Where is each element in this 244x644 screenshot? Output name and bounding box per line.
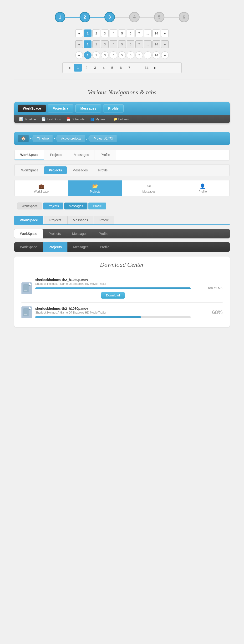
page-6-s2[interactable]: 6 [127,40,134,48]
next-button[interactable]: ► [161,30,169,37]
page-14[interactable]: 14 [153,30,160,37]
tab-icon-workspace[interactable]: 💼 WorkSpace [15,180,68,196]
tab-icon-profile[interactable]: 👤 Profile [176,180,229,196]
download-button-1[interactable]: Download [101,292,125,298]
page-1-s2[interactable]: 1 [84,40,91,48]
folders-icon: 📁 [113,117,117,121]
tab-dark-profile[interactable]: Profile [93,229,114,238]
download-size-1: 168.45 MB [207,286,222,290]
page-3[interactable]: 3 [101,30,109,37]
prev-button-s3[interactable]: ◄ [75,51,83,59]
page-5-s2[interactable]: 5 [118,40,126,48]
page-7-s2[interactable]: 7 [135,40,143,48]
breadcrumb-home[interactable]: 🏠 [18,135,29,142]
page-7-s3[interactable]: 7 [135,51,143,59]
tab-pill-profile[interactable]: Profile [93,166,112,174]
nav-messages-btn[interactable]: Messages [75,104,101,112]
page-7[interactable]: 7 [135,30,143,37]
prev-button[interactable]: ◄ [75,30,83,37]
tab-ws-messages[interactable]: Messages [67,216,94,224]
page-5-s4[interactable]: 5 [108,64,116,72]
tab-ws-projects[interactable]: Projects [44,216,67,224]
tab-pill-messages[interactable]: Messages [68,166,92,174]
prev-button-s2[interactable]: ◄ [75,40,83,48]
nav-timeline-item[interactable]: 📊 Timeline [19,117,36,121]
page-1-s4[interactable]: 1 [74,64,82,72]
nav-folders-item[interactable]: 📁 Folders [113,117,129,121]
tab-dark-projects[interactable]: Projects [43,229,66,238]
page-14-s4[interactable]: 14 [143,64,150,72]
tab-simple-profile[interactable]: Profile [95,150,116,160]
step-2[interactable]: 2 [80,12,90,22]
tab-colored-profile[interactable]: Profile [88,202,106,210]
tab-colored-projects[interactable]: Projects [43,202,63,210]
download-info-2: sherlockholmes-tlr2_h1080p.mov Sherlock … [35,307,191,318]
page-6-s4[interactable]: 6 [117,64,125,72]
tab-icon-projects[interactable]: 📂 Projects [68,180,122,196]
tab-ws-profile[interactable]: Profile [94,216,114,224]
nav-schedule-item[interactable]: 📅 Schedule [66,117,84,121]
page-4-s4[interactable]: 4 [100,64,107,72]
projects-icon: 📂 [92,183,98,189]
page-2-s2[interactable]: 2 [92,40,100,48]
timeline-label: Timeline [24,118,36,121]
step-1[interactable]: 1 [55,12,65,22]
page-14-s3[interactable]: 14 [153,51,160,59]
prev-button-s4[interactable]: ◄ [66,64,73,72]
page-3-s4[interactable]: 3 [91,64,99,72]
tab-simple-workspace[interactable]: WorkSpace [15,150,44,160]
page-1-s3[interactable]: 1 [84,51,91,59]
page-6[interactable]: 6 [127,30,134,37]
nav-lastdocs-item[interactable]: 📄 Last Docs [42,117,61,121]
nav-workspace-btn[interactable]: WorkSpace [18,104,46,112]
page-4[interactable]: 4 [110,30,117,37]
breadcrumb-active-projects[interactable]: Active projects [56,135,85,142]
tab-dark-messages[interactable]: Messages [66,229,93,238]
tab-colored-workspace[interactable]: WorkSpace [17,202,42,210]
tab-dark2-profile[interactable]: Profile [94,242,115,252]
page-2-s4[interactable]: 2 [83,64,90,72]
page-2-s3[interactable]: 2 [92,51,100,59]
step-progress: 1 2 3 4 5 6 [14,5,230,27]
page-5[interactable]: 5 [118,30,126,37]
step-6[interactable]: 6 [179,12,189,22]
tab-dark2-messages[interactable]: Messages [67,242,94,252]
tab-simple-projects[interactable]: Projects [44,150,68,160]
tab-icon-messages[interactable]: ✉ Messages [122,180,176,196]
page-4-s2[interactable]: 4 [110,40,117,48]
nav-profile-btn[interactable]: Profile [103,104,124,112]
page-3-s2[interactable]: 3 [101,40,109,48]
page-6-s3[interactable]: 6 [127,51,134,59]
next-button-s2[interactable]: ► [161,40,169,48]
breadcrumb-timeline[interactable]: Timeline [32,135,53,142]
nav-myteam-item[interactable]: 👥 My team [90,117,107,121]
page-ellipsis-s3: ... [144,51,152,59]
step-5[interactable]: 5 [154,12,164,22]
tab-pill-projects[interactable]: Projects [44,166,67,174]
tab-dark2-workspace[interactable]: WorkSpace [14,242,43,252]
page-4-s3[interactable]: 4 [110,51,117,59]
tab-colored-messages[interactable]: Messages [64,202,87,210]
tab-dark2-projects[interactable]: Projects [43,242,67,252]
breadcrumb-nav: 🏠 › Timeline › Active projects › Project… [14,132,230,145]
next-button-s4[interactable]: ► [151,64,159,72]
tab-dark-workspace[interactable]: WorkSpace [14,229,43,238]
step-3[interactable]: 3 [104,12,115,22]
svg-rect-8 [24,313,27,313]
page-5-s3[interactable]: 5 [118,51,126,59]
tab-simple-messages[interactable]: Messages [68,150,95,160]
step-4[interactable]: 4 [129,12,140,22]
tab-dark2-container: WorkSpace Projects Messages Profile [14,242,230,252]
next-button-s3[interactable]: ► [161,51,169,59]
page-ellipsis-s2[interactable]: ... [144,40,152,48]
tab-ws-workspace[interactable]: WorkSpace [14,216,43,224]
nav-projects-btn[interactable]: Projects ▾ [48,104,73,112]
page-7-s4[interactable]: 7 [126,64,133,72]
page-2[interactable]: 2 [92,30,100,37]
tab-pill-workspace[interactable]: WorkSpace [17,166,43,174]
page-3-s3[interactable]: 3 [101,51,109,59]
breadcrumb-project[interactable]: Project #1473 [88,135,116,142]
page-ellipsis[interactable]: ... [144,30,152,37]
page-1[interactable]: 1 [84,30,91,37]
page-14-s2[interactable]: 14 [153,40,160,48]
